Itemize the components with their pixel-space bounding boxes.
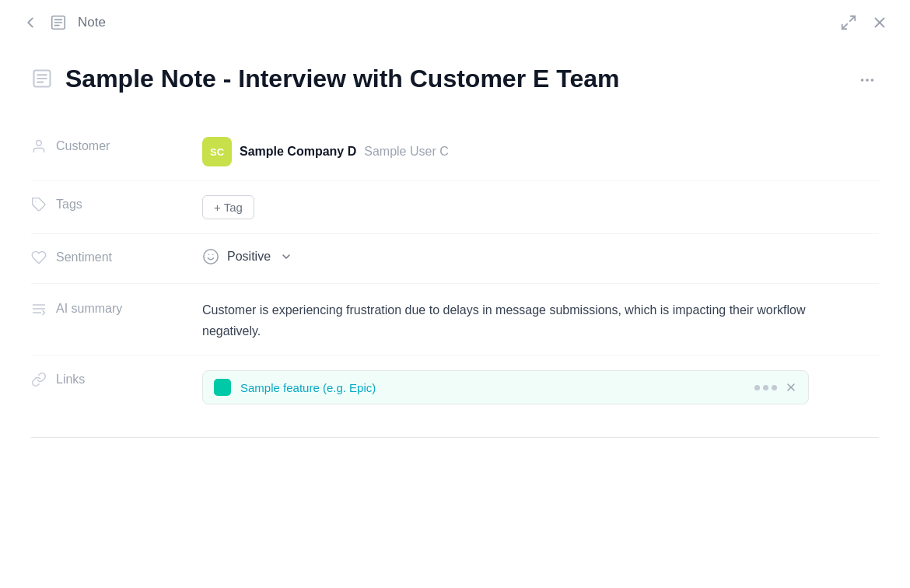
- dot-1: [754, 385, 760, 390]
- customer-icon: [31, 138, 47, 154]
- tags-value-col: + Tag: [202, 195, 879, 219]
- ai-summary-label: AI summary: [56, 302, 122, 316]
- link-name[interactable]: Sample feature (e.g. Epic): [240, 381, 745, 394]
- svg-point-13: [866, 79, 869, 82]
- ai-summary-icon: [31, 301, 47, 317]
- user-name[interactable]: Sample User C: [364, 145, 448, 159]
- links-icon: [31, 372, 47, 387]
- smile-icon: [202, 248, 219, 265]
- top-bar-right: [840, 14, 888, 31]
- sentiment-value: Positive: [227, 250, 271, 264]
- links-field-row: Links Sample feature (e.g. Epic): [31, 356, 879, 418]
- links-label-col: Links: [31, 370, 202, 387]
- close-button[interactable]: [871, 14, 888, 31]
- svg-point-15: [37, 141, 42, 146]
- more-options-button[interactable]: [856, 68, 879, 95]
- title-left: Sample Note - Interview with Customer E …: [31, 64, 619, 93]
- links-value-col: Sample feature (e.g. Epic): [202, 370, 879, 404]
- customer-label: Customer: [56, 139, 110, 153]
- ai-summary-field-row: AI summary Customer is experiencing frus…: [31, 284, 879, 356]
- fields-container: Customer SC Sample Company D Sample User…: [31, 123, 879, 418]
- dot-3: [772, 385, 777, 390]
- tags-field-row: Tags + Tag: [31, 181, 879, 234]
- link-actions: [754, 381, 797, 394]
- back-button[interactable]: [22, 14, 39, 31]
- customer-label-col: Customer: [31, 137, 202, 154]
- ai-summary-text: Customer is experiencing frustration due…: [202, 299, 809, 341]
- sentiment-icon: [31, 250, 47, 265]
- page-title: Sample Note - Interview with Customer E …: [65, 64, 619, 93]
- link-color-indicator: [214, 379, 231, 396]
- sentiment-value-col[interactable]: Positive: [202, 248, 879, 265]
- links-label: Links: [56, 373, 85, 387]
- ai-summary-label-col: AI summary: [31, 298, 202, 317]
- main-content: Sample Note - Interview with Customer E …: [0, 42, 910, 460]
- tags-label-col: Tags: [31, 195, 202, 212]
- svg-line-5: [842, 24, 847, 29]
- svg-line-4: [850, 16, 855, 21]
- svg-point-12: [861, 79, 864, 82]
- add-tag-button[interactable]: + Tag: [202, 195, 254, 219]
- bottom-divider: [31, 437, 879, 438]
- chevron-down-icon: [280, 250, 292, 263]
- top-bar-left: Note: [22, 14, 106, 31]
- top-bar: Note: [0, 0, 910, 42]
- company-badge: SC: [202, 137, 232, 166]
- svg-point-14: [871, 79, 874, 82]
- tags-label: Tags: [56, 198, 82, 212]
- nav-title: Note: [78, 15, 106, 30]
- link-remove-button[interactable]: [785, 381, 797, 394]
- link-more-dots[interactable]: [754, 385, 777, 390]
- customer-field-row: Customer SC Sample Company D Sample User…: [31, 123, 879, 181]
- expand-button[interactable]: [840, 14, 857, 31]
- sentiment-label-col: Sentiment: [31, 248, 202, 265]
- ai-summary-value-col: Customer is experiencing frustration due…: [202, 298, 879, 341]
- link-item: Sample feature (e.g. Epic): [202, 370, 809, 404]
- title-row: Sample Note - Interview with Customer E …: [31, 64, 879, 95]
- sentiment-label: Sentiment: [56, 250, 112, 264]
- dot-2: [763, 385, 768, 390]
- title-note-icon: [31, 68, 53, 93]
- note-icon: [50, 14, 67, 31]
- sentiment-field-row: Sentiment Positive: [31, 234, 879, 284]
- svg-point-17: [204, 250, 218, 264]
- customer-value-col: SC Sample Company D Sample User C: [202, 137, 879, 166]
- company-name[interactable]: Sample Company D: [240, 145, 356, 159]
- tag-icon: [31, 197, 47, 212]
